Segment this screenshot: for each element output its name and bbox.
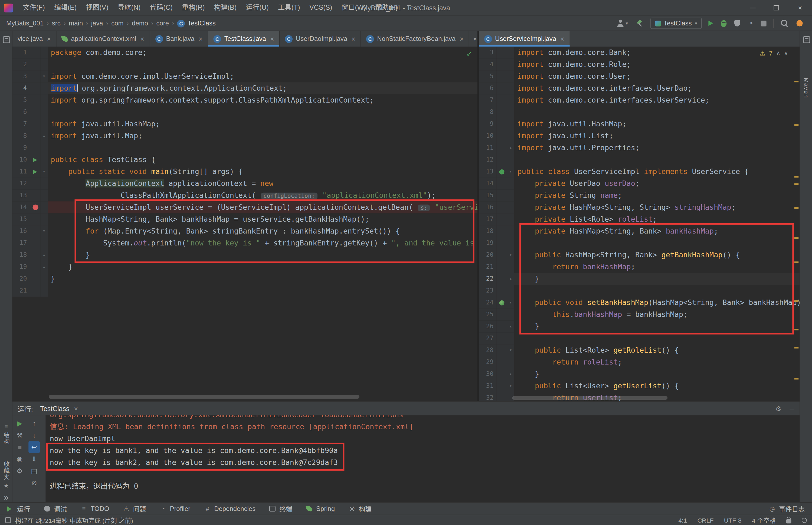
restore-button[interactable]	[764, 0, 788, 15]
code-text[interactable]	[48, 142, 478, 154]
code-line[interactable]: 19	[479, 237, 799, 249]
code-text[interactable]	[514, 237, 799, 249]
code-line[interactable]: 9	[13, 142, 478, 154]
soft-wrap-toggle[interactable]: ↩	[28, 441, 40, 453]
code-text[interactable]	[48, 58, 478, 70]
warning-stripe-mark[interactable]	[794, 124, 798, 126]
code-text[interactable]	[48, 285, 478, 297]
menu-item[interactable]: VCS(S)	[305, 0, 337, 15]
code-text[interactable]: ClassPathXmlApplicationContext( configLo…	[48, 190, 478, 201]
code-text[interactable]: public HashMap<String, Bank> getBankHash…	[514, 249, 799, 261]
editor-tab[interactable]: C Bank.java ×	[150, 31, 208, 47]
fold-icon[interactable]: ▴	[40, 130, 48, 142]
code-text[interactable]: import com.demo.core.Role;	[514, 58, 799, 70]
code-line[interactable]: 17 System.out.println("now the key is " …	[13, 237, 478, 249]
code-line[interactable]: 25 this.bankHashMap = bankHashMap;	[479, 309, 799, 320]
code-line[interactable]: 5 import com.demo.core.User;	[479, 70, 799, 82]
tab-close-icon[interactable]: ×	[140, 35, 145, 43]
menu-item[interactable]: 编辑(E)	[49, 0, 81, 15]
print-button[interactable]: ▤	[28, 465, 40, 477]
code-line[interactable]: 15 private String name;	[479, 190, 799, 201]
structure-tool-button[interactable]: ≡ 结构	[0, 423, 13, 445]
code-text[interactable]	[514, 154, 799, 166]
clear-all-button[interactable]: ⊘	[28, 477, 40, 489]
fold-icon[interactable]: ▾	[40, 166, 48, 178]
breadcrumb-item[interactable]: MyBatis_001	[6, 20, 44, 27]
code-line[interactable]: 20 ▾ public HashMap<String, Bank> getBan…	[479, 249, 799, 261]
favorites-tool-button[interactable]: 收藏夹 ★	[0, 461, 13, 489]
code-text[interactable]: public void setBankHashMap(HashMap<Strin…	[514, 297, 799, 309]
editor-tab[interactable]: vice.java ×	[13, 31, 57, 47]
maven-tool-button[interactable]: Maven	[800, 78, 812, 98]
status-item[interactable]: 4:1	[678, 516, 687, 524]
rerun-button[interactable]: ▶	[14, 417, 26, 429]
horizontal-scrollbar[interactable]	[512, 396, 667, 400]
tool-window-button-hammer2[interactable]: ⚒构建	[349, 504, 372, 514]
code-text[interactable]: private HashMap<String, Bank> bankHashMa…	[514, 225, 799, 237]
tool-window-button-warn[interactable]: ⚠问题	[123, 504, 146, 514]
warning-stripe-mark[interactable]	[794, 207, 798, 209]
code-text[interactable]: import java.util.HashMap;	[514, 118, 799, 130]
code-line[interactable]: 1 package com.demo.core;	[13, 47, 478, 58]
code-line[interactable]: 30 ▴ }	[479, 368, 799, 380]
code-line[interactable]: 10 public class TestClass {	[13, 154, 478, 166]
code-text[interactable]: import org.springframework.context.suppo…	[48, 94, 478, 106]
code-line[interactable]: 11 ▴ import java.util.Properties;	[479, 142, 799, 154]
editor-tab[interactable]: C TestClass.java ×	[208, 31, 280, 47]
tab-close-icon[interactable]: ×	[351, 35, 356, 43]
coverage-button[interactable]	[734, 18, 741, 29]
tool-window-button-deps[interactable]: #Dependencies	[204, 505, 256, 512]
indicator-icon[interactable]	[802, 518, 807, 523]
fold-icon[interactable]: ▴	[507, 273, 514, 285]
warning-stripe-mark[interactable]	[794, 237, 798, 239]
menu-item[interactable]: 代码(C)	[145, 0, 177, 15]
code-text[interactable]: public List<Role> getRoleList() {	[514, 344, 799, 356]
code-text[interactable]: UserServiceImpl userService = (UserServi…	[48, 201, 478, 213]
tool-window-button-play[interactable]: 运行	[7, 504, 30, 514]
breadcrumb-item[interactable]: core	[156, 20, 169, 27]
warning-stripe-mark[interactable]	[794, 261, 798, 263]
code-text[interactable]: public class TestClass {	[48, 154, 478, 166]
error-stripe[interactable]	[793, 47, 799, 401]
fold-icon[interactable]: ▾	[40, 225, 48, 237]
menu-item[interactable]: 运行(U)	[241, 0, 273, 15]
code-text[interactable]	[514, 332, 799, 344]
search-everywhere-button[interactable]	[780, 18, 790, 29]
code-text[interactable]: }	[514, 273, 799, 285]
code-line[interactable]: 13 ▾ public class UserServiceImpl implem…	[479, 166, 799, 178]
status-item[interactable]: CRLF	[697, 516, 714, 524]
editor-tab[interactable]: C NonStaticFactoryBean.java ×	[361, 31, 469, 47]
tab-close-icon[interactable]: ×	[560, 35, 564, 43]
warning-stripe-mark[interactable]	[794, 300, 798, 302]
run-line-icon[interactable]	[33, 170, 37, 174]
tool-window-button-leaf[interactable]: Spring	[306, 505, 335, 512]
code-line[interactable]: 4 import org.springframework.context.App…	[13, 82, 478, 94]
code-line[interactable]: 7 import java.util.HashMap;	[13, 118, 478, 130]
code-line[interactable]: 15 HashMap<String, Bank> bankHashMap = u…	[13, 213, 478, 225]
code-line[interactable]: 14 UserServiceImpl userService = (UserSe…	[13, 201, 478, 213]
code-line[interactable]: 23	[479, 285, 799, 297]
code-line[interactable]: 9 import java.util.HashMap;	[479, 118, 799, 130]
code-line[interactable]: 16 private HashMap<String, String> strin…	[479, 201, 799, 213]
code-line[interactable]: 2	[13, 58, 478, 70]
code-line[interactable]: 22 ▴ }	[479, 273, 799, 285]
fold-icon[interactable]: ▴	[507, 320, 514, 332]
menu-item[interactable]: 视图(V)	[81, 0, 113, 15]
code-line[interactable]: 29 return roleList;	[479, 356, 799, 368]
code-line[interactable]: 8 ▴ import java.util.Map;	[13, 130, 478, 142]
code-text[interactable]: import java.util.HashMap;	[48, 118, 478, 130]
breadcrumb-item[interactable]: demo	[132, 20, 148, 27]
code-text[interactable]: package com.demo.core;	[48, 47, 478, 58]
warning-stripe-mark[interactable]	[794, 347, 798, 348]
code-line[interactable]: 3 import com.demo.core.Bank;	[479, 47, 799, 58]
more-tool-windows-button[interactable]: »	[0, 493, 13, 502]
editor-tab[interactable]: C UserDaoImpl.java ×	[280, 31, 361, 47]
editor-left[interactable]: 1 package com.demo.core; 2 3 ▾ import co…	[13, 47, 478, 401]
camera-icon[interactable]: ◉	[14, 453, 26, 465]
run-config-select[interactable]: TestClass ▾	[650, 18, 702, 29]
breadcrumb-item[interactable]: com	[111, 20, 123, 27]
tool-window-button-bug[interactable]: 调试	[44, 504, 67, 514]
code-line[interactable]: 8	[479, 106, 799, 118]
horizontal-scrollbar[interactable]	[49, 395, 359, 399]
tab-close-icon[interactable]: ×	[460, 35, 464, 43]
